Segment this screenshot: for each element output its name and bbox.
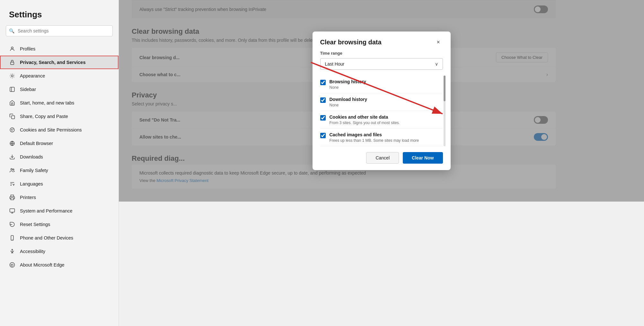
reset-settings-icon [9,221,15,228]
checkbox-browsing-history: Browsing history None [320,76,443,93]
sidebar-item-cookies[interactable]: Cookies and Site Permissions [0,123,119,137]
sidebar-item-start-home[interactable]: Start, home, and new tabs [0,96,119,110]
search-box: 🔍 [6,25,113,36]
sidebar-label-languages: Languages [20,181,43,186]
sidebar-label-phone-devices: Phone and Other Devices [20,235,73,240]
share-copy-icon [9,113,15,120]
time-range-chevron-icon: ∨ [435,61,438,67]
sidebar-icon [9,86,15,93]
clear-browsing-modal: Clear browsing data × Time range Last Ho… [313,32,451,170]
svg-point-13 [11,168,13,170]
svg-rect-16 [10,209,15,212]
sidebar-item-downloads[interactable]: Downloads [0,150,119,164]
profiles-icon [9,46,15,52]
main-content: Always use "Strict" tracking prevention … [119,0,644,326]
accessibility-icon [9,248,15,255]
sidebar-item-appearance[interactable]: Appearance [0,69,119,83]
sidebar-label-default-browser: Default Browser [20,141,53,146]
time-range-value: Last Hour [325,61,345,67]
svg-point-14 [13,169,14,170]
sidebar-label-accessibility: Accessibility [20,249,45,254]
cancel-button[interactable]: Cancel [366,152,399,164]
about-edge-icon [9,262,15,268]
appearance-icon [9,73,15,79]
system-performance-icon [9,208,15,214]
modal-overlay: Clear browsing data × Time range Last Ho… [119,0,644,202]
sidebar-item-about-edge[interactable]: About Microsoft Edge [0,258,119,272]
modal-close-button[interactable]: × [434,38,443,47]
scroll-thumb[interactable] [444,76,446,101]
family-safety-icon [9,167,15,174]
download-history-checkbox[interactable] [320,97,326,103]
sidebar-label-family-safety: Family Safety [20,168,48,173]
printers-icon [9,194,15,201]
checkbox-download-history: Download history None [320,93,443,111]
sidebar-item-phone-devices[interactable]: Phone and Other Devices [0,231,119,245]
sidebar-label-about-edge: About Microsoft Edge [20,262,65,267]
svg-point-8 [13,129,13,130]
modal-title: Clear browsing data [320,39,382,46]
sidebar-item-languages[interactable]: Languages [0,177,119,191]
sidebar-label-start-home: Start, home, and new tabs [20,100,74,105]
svg-rect-15 [11,198,14,200]
privacy-icon [9,59,15,66]
svg-rect-3 [10,87,14,92]
sidebar-label-sidebar: Sidebar [20,87,36,92]
cached-checkbox[interactable] [320,133,326,138]
download-history-label[interactable]: Download history None [330,96,367,107]
downloads-icon [9,154,15,160]
languages-icon [9,181,15,187]
modal-header: Clear browsing data × [313,32,451,51]
sidebar-item-accessibility[interactable]: Accessibility [0,245,119,258]
sidebar-item-privacy[interactable]: Privacy, Search, and Services [0,56,119,69]
default-browser-icon [9,140,15,147]
time-range-label: Time range [320,51,443,56]
svg-point-22 [10,263,15,267]
cookies-icon [9,127,15,133]
search-icon: 🔍 [9,28,14,33]
sidebar-label-system-performance: System and Performance [20,208,73,213]
sidebar-item-share-copy[interactable]: Share, Copy and Paste [0,110,119,123]
sidebar-item-system-performance[interactable]: System and Performance [0,204,119,218]
modal-footer: Cancel Clear Now [313,146,451,170]
sidebar-item-profiles[interactable]: Profiles [0,42,119,56]
svg-point-2 [11,75,13,77]
sidebar-title: Settings [0,6,119,25]
svg-point-21 [12,249,13,250]
sidebar-item-default-browser[interactable]: Default Browser [0,137,119,150]
time-range-selector[interactable]: Last Hour ∨ [320,58,443,70]
checkbox-scroll-area: Browsing history None Download history N… [320,76,443,147]
clear-now-button[interactable]: Clear Now [403,152,443,164]
cookies-checkbox[interactable] [320,115,326,121]
browsing-history-label[interactable]: Browsing history None [330,79,366,90]
svg-point-9 [12,131,13,131]
sidebar-label-appearance: Appearance [20,73,45,78]
sidebar-label-profiles: Profiles [20,46,35,51]
sidebar-item-family-safety[interactable]: Family Safety [0,164,119,177]
checkbox-cached: Cached images and files Frees up less th… [320,129,443,146]
sidebar-item-reset-settings[interactable]: Reset Settings [0,218,119,231]
cached-label[interactable]: Cached images and files Frees up less th… [330,132,419,143]
sidebar-label-printers: Printers [20,195,36,200]
cookies-label[interactable]: Cookies and other site data From 3 sites… [330,114,400,125]
svg-point-7 [11,129,12,130]
scroll-track [444,76,446,147]
modal-body: Time range Last Hour ∨ Browsing history … [313,51,451,147]
start-home-icon [9,100,15,106]
sidebar-label-downloads: Downloads [20,154,43,159]
svg-rect-5 [12,116,15,119]
sidebar-label-reset-settings: Reset Settings [20,222,50,227]
svg-point-0 [11,47,13,49]
checkbox-cookies: Cookies and other site data From 3 sites… [320,111,443,129]
search-input[interactable] [6,25,113,36]
svg-rect-1 [11,62,14,65]
browsing-history-checkbox[interactable] [320,80,326,85]
sidebar-item-sidebar[interactable]: Sidebar [0,83,119,96]
sidebar-label-cookies: Cookies and Site Permissions [20,127,82,132]
sidebar-item-printers[interactable]: Printers [0,191,119,204]
phone-devices-icon [9,235,15,241]
sidebar-label-privacy: Privacy, Search, and Services [20,60,85,65]
sidebar: Settings 🔍 Profiles Privacy, Search, and… [0,0,119,326]
sidebar-label-share-copy: Share, Copy and Paste [20,114,68,119]
svg-point-6 [10,128,14,132]
